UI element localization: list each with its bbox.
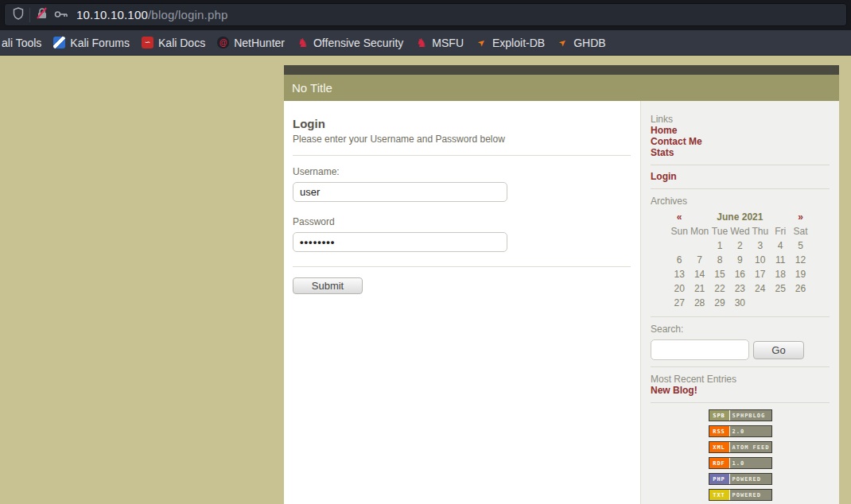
sidebar-link[interactable]: Home	[651, 126, 830, 136]
calendar-day: 15	[709, 269, 729, 280]
kali-docs-icon: ∽	[142, 37, 153, 48]
calendar-day: 13	[670, 269, 690, 280]
badge-label-right: SPHPBLOG	[730, 410, 771, 421]
calendar-day: 7	[690, 254, 709, 266]
calendar-day-name: Sat	[791, 226, 810, 237]
bookmark-kali-forums[interactable]: Kali Forums	[53, 37, 130, 49]
recent-entries-title: Most Recent Entries	[651, 374, 830, 385]
sidebar-link-login[interactable]: Login	[651, 172, 830, 182]
calendar-day: 9	[730, 254, 750, 266]
feed-badge[interactable]: TXT POWERED	[709, 489, 772, 501]
calendar-weeks: 1 2 3 4 5 6 7 8 9	[670, 238, 811, 310]
login-heading: Login	[293, 117, 631, 130]
calendar-day: 30	[730, 297, 750, 308]
divider	[651, 316, 830, 317]
badge-label-right: 1.0	[730, 458, 771, 468]
search-input[interactable]	[651, 339, 749, 360]
calendar-day: 18	[770, 269, 790, 280]
page-header: No Title	[284, 75, 839, 101]
feed-badge[interactable]: RDF 1.0	[709, 457, 772, 469]
bookmark-label: ali Tools	[2, 37, 41, 49]
exploit-db-icon: ➤	[473, 34, 490, 51]
shield-icon[interactable]	[13, 7, 24, 23]
password-input[interactable]	[293, 232, 507, 252]
badge-label-right: POWERED	[730, 474, 771, 484]
calendar-week-row: 6 7 8 9 10 11 12	[670, 253, 811, 267]
calendar-day: 2	[730, 240, 750, 251]
calendar-day: 17	[750, 269, 770, 280]
links-title: Links	[651, 114, 830, 125]
bookmark-label: Offensive Security	[313, 37, 403, 49]
feed-badge[interactable]: SPB SPHPBLOG	[709, 409, 772, 421]
calendar-day: 11	[770, 254, 790, 266]
page-title: No Title	[292, 81, 332, 95]
key-icon[interactable]	[54, 8, 68, 22]
calendar-day-names: SunMonTueWedThuFriSat	[670, 224, 811, 238]
calendar-week-row: 1 2 3 4 5	[670, 238, 811, 253]
recent-entry-link[interactable]: New Blog!	[651, 386, 830, 396]
calendar-day: 22	[709, 283, 729, 294]
badge-label-left: RSS	[709, 426, 730, 436]
calendar-day: 6	[670, 254, 690, 266]
divider	[651, 188, 830, 189]
sidebar-link[interactable]: Contact Me	[651, 137, 830, 147]
calendar-day: 8	[709, 254, 729, 266]
badges-list: SPB SPHPBLOG RSS 2.0 XML ATOM FEED	[651, 409, 830, 501]
username-input[interactable]	[293, 182, 507, 202]
insecure-lock-icon[interactable]	[36, 7, 49, 23]
badge-label-right: 2.0	[730, 426, 771, 436]
login-subheading: Please enter your Username and Password …	[293, 134, 631, 145]
bookmark-exploit-db[interactable]: ➤ Exploit-DB	[476, 37, 545, 49]
calendar-day: 21	[690, 283, 709, 294]
feed-badge[interactable]: XML ATOM FEED	[709, 441, 772, 453]
calendar-day: 12	[791, 254, 810, 266]
bookmark-offensive-security[interactable]: ♞ Offensive Security	[297, 37, 403, 49]
calendar-day: 3	[750, 240, 770, 251]
bookmark-kali-tools[interactable]: ali Tools	[2, 37, 41, 49]
calendar-day-name: Wed	[730, 226, 750, 237]
bookmark-kali-docs[interactable]: ∽ Kali Docs	[142, 37, 205, 49]
calendar-day: 16	[730, 269, 750, 280]
bookmark-nethunter[interactable]: @ NetHunter	[217, 37, 285, 49]
calendar-day: 20	[670, 283, 690, 294]
calendar-day: 19	[791, 269, 810, 280]
calendar-day: 28	[690, 297, 709, 308]
bookmark-ghdb[interactable]: ➤ GHDB	[557, 37, 605, 49]
calendar-next-button[interactable]: »	[791, 211, 810, 223]
browser-url-row: 10.10.10.100/blog/login.php	[0, 0, 851, 30]
calendar-prev-button[interactable]: «	[670, 211, 690, 223]
url-text[interactable]: 10.10.10.100/blog/login.php	[76, 8, 228, 21]
bookmark-label: Kali Forums	[70, 37, 130, 49]
links-list: HomeContact MeStats	[651, 126, 830, 158]
calendar-day: 14	[690, 269, 709, 280]
calendar: « June 2021 » SunMonTueWedThuFriSat	[670, 210, 811, 310]
badge-label-left: RDF	[709, 458, 730, 468]
submit-button[interactable]: Submit	[293, 277, 363, 294]
calendar-day-name: Mon	[690, 226, 709, 237]
calendar-day: 23	[730, 283, 750, 294]
bookmark-label: Exploit-DB	[492, 37, 545, 49]
badge-label-left: PHP	[709, 474, 730, 484]
go-button[interactable]: Go	[753, 341, 804, 359]
url-divider	[29, 8, 30, 22]
bookmark-label: MSFU	[432, 37, 464, 49]
bookmark-msfu[interactable]: ♞ MSFU	[415, 37, 464, 49]
calendar-day-name: Thu	[750, 226, 770, 237]
url-host: 10.10.10.100	[76, 8, 148, 21]
kali-forums-icon	[53, 37, 65, 48]
divider	[651, 165, 830, 165]
badge-label-right: POWERED	[730, 490, 771, 500]
bookmark-label: Kali Docs	[158, 37, 205, 49]
divider	[651, 366, 830, 367]
feed-badge[interactable]: PHP POWERED	[709, 473, 772, 485]
divider	[293, 266, 631, 267]
username-label: Username:	[293, 166, 631, 177]
badge-label-left: TXT	[709, 490, 730, 500]
archives-title: Archives	[651, 196, 830, 207]
url-bar[interactable]: 10.10.10.100/blog/login.php	[4, 3, 847, 26]
sidebar-link[interactable]: Stats	[651, 148, 830, 158]
badge-label-left: XML	[709, 442, 730, 452]
feed-badge[interactable]: RSS 2.0	[709, 425, 772, 437]
bookmark-label: NetHunter	[234, 37, 285, 49]
url-path: /blog/login.php	[148, 8, 228, 21]
